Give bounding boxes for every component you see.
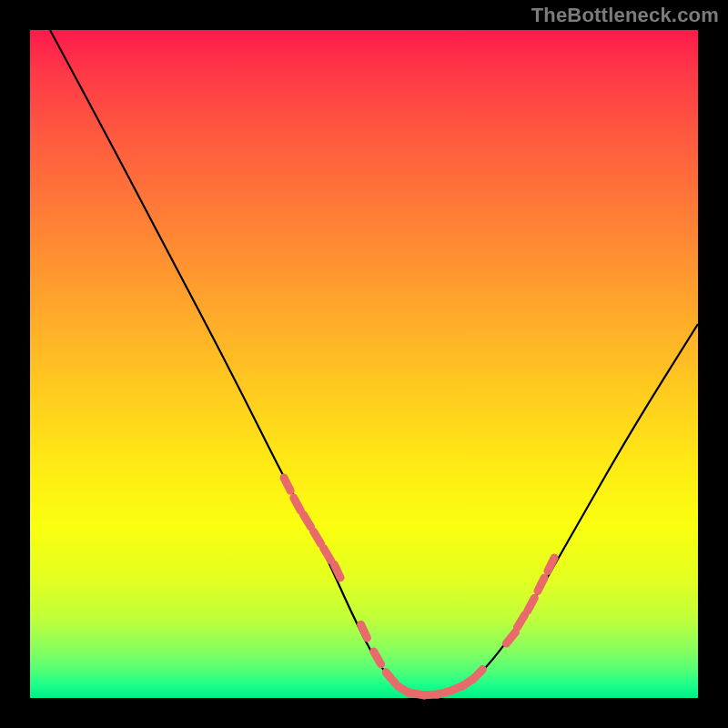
chart-frame: TheBottleneck.com xyxy=(0,0,728,728)
highlight-dot xyxy=(284,478,290,490)
highlight-dot xyxy=(528,598,535,611)
highlight-dot xyxy=(506,632,515,643)
highlight-dot xyxy=(294,498,301,511)
highlight-dot xyxy=(334,564,340,578)
bottleneck-curve xyxy=(50,30,698,693)
highlight-dot xyxy=(374,652,381,664)
highlight-dot xyxy=(304,515,311,528)
highlight-dot xyxy=(314,531,321,544)
highlight-dot xyxy=(538,578,544,591)
highlight-dot xyxy=(361,624,368,638)
bottleneck-curve-path xyxy=(50,30,698,693)
highlight-dot xyxy=(324,548,331,561)
watermark-text: TheBottleneck.com xyxy=(531,4,719,27)
highlight-dot xyxy=(517,615,524,628)
highlight-dots xyxy=(284,478,554,695)
chart-overlay xyxy=(30,30,698,698)
highlight-dot xyxy=(472,670,482,681)
highlight-dot xyxy=(386,672,395,683)
